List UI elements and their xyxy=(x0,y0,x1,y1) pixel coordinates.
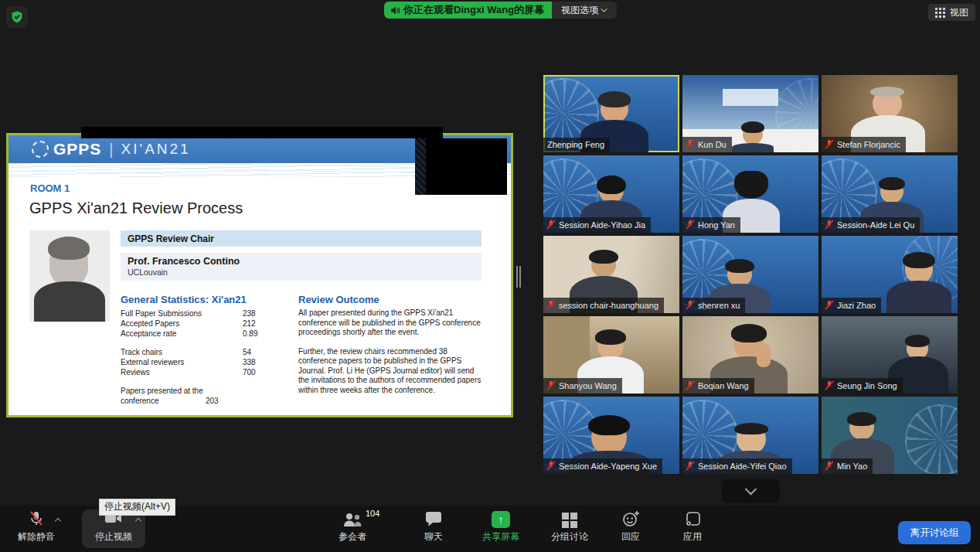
participant-nametag: Hong Yan xyxy=(682,217,740,233)
stat-row: Track chairs54 xyxy=(121,347,297,357)
participant-nametag: Session Aide-Yifei Qiao xyxy=(682,458,792,474)
participant-nametag: Jiazi Zhao xyxy=(822,298,881,313)
muted-mic-icon xyxy=(825,300,833,310)
muted-mic-icon xyxy=(825,380,833,390)
participant-tile[interactable]: Session Aide-Yihao Jia xyxy=(543,155,679,233)
muted-mic-icon xyxy=(547,220,555,230)
participant-tile[interactable]: Min Yao xyxy=(822,397,958,474)
participant-tile[interactable]: Session Aide-Yapeng Xue xyxy=(543,397,679,474)
gpps-logo-text: GPPS xyxy=(53,140,101,158)
participant-nametag: Stefan Florjancic xyxy=(822,137,906,152)
zoom-meeting-window: 你正在观看Dingxi Wang的屏幕 视图选项 视图 GPPS | XI'AN… xyxy=(0,0,980,552)
share-screen-icon xyxy=(492,511,510,528)
chair-affiliation: UCLouvain xyxy=(128,267,481,277)
shield-check-icon xyxy=(10,10,24,24)
participant-nametag: Kun Du xyxy=(682,137,732,152)
security-shield-button[interactable] xyxy=(6,6,28,28)
muted-mic-icon xyxy=(686,380,694,390)
stat-row: Acceptance rate0.89 xyxy=(121,329,297,339)
apps-button[interactable]: 应用 xyxy=(662,509,723,543)
grid-view-icon xyxy=(935,8,945,18)
watching-banner-text: 你正在观看Dingxi Wang的屏幕 xyxy=(403,3,544,17)
speaker-icon xyxy=(390,5,400,15)
more-participants-button[interactable] xyxy=(722,479,780,503)
participant-tile[interactable]: session chair-huanghuang xyxy=(543,236,679,313)
view-options-dropdown[interactable]: 视图选项 xyxy=(552,2,617,19)
participant-nametag: session chair-huanghuang xyxy=(543,298,664,313)
participant-tile[interactable]: shenren xu xyxy=(682,236,818,313)
stats-title: General Statistics: Xi'an21 xyxy=(121,294,297,305)
participant-tile[interactable]: Shanyou Wang xyxy=(543,316,679,394)
participant-tile[interactable]: Stefan Florjancic xyxy=(822,75,958,152)
chair-portrait-photo xyxy=(29,230,110,322)
participant-tile[interactable]: Session Aide-Yifei Qiao xyxy=(682,397,818,474)
participant-count: 104 xyxy=(366,509,379,518)
breakout-rooms-button[interactable]: 分组讨论 xyxy=(539,509,601,543)
stat-row: Full Paper Submissions238 xyxy=(121,308,297,319)
muted-mic-icon xyxy=(686,461,694,471)
stat-row: Reviews700 xyxy=(121,367,297,377)
mic-muted-icon xyxy=(27,509,46,528)
review-outcome: Review Outcome All paper presented durin… xyxy=(298,294,485,404)
view-button[interactable]: 视图 xyxy=(928,4,975,21)
outcome-paragraph: All paper presented during the GPPS Xi'a… xyxy=(298,308,485,338)
participant-tile[interactable]: Boqian Wang xyxy=(682,316,818,394)
xian21-logo-text: XI'AN21 xyxy=(121,141,191,158)
participant-nametag: Zhenping Feng xyxy=(543,138,610,152)
participant-nametag: Boqian Wang xyxy=(682,378,754,394)
room-label: ROOM 1 xyxy=(30,182,70,194)
muted-mic-icon xyxy=(686,300,694,310)
panel-resize-handle[interactable] xyxy=(516,266,522,288)
muted-mic-icon xyxy=(825,220,833,230)
stat-row: External reviewers338 xyxy=(121,357,297,367)
participants-button[interactable]: 104 参会者 xyxy=(322,509,383,543)
muted-mic-icon xyxy=(686,220,694,230)
general-statistics: General Statistics: Xi'an21 Full Paper S… xyxy=(121,294,297,406)
reactions-smiley-icon xyxy=(621,509,640,528)
stop-video-tooltip: 停止视频(Alt+V) xyxy=(99,499,175,516)
leave-breakout-button[interactable]: 离开讨论组 xyxy=(898,521,971,544)
review-chair-header: GPPS Review Chair xyxy=(121,230,481,247)
breakout-grid-icon xyxy=(562,513,577,528)
chevron-down-icon xyxy=(601,5,607,12)
muted-mic-icon xyxy=(825,461,833,471)
meeting-toolbar: 停止视频(Alt+V) 解除静音 停止视频 xyxy=(0,506,980,552)
turbine-background xyxy=(775,78,818,149)
muted-mic-icon xyxy=(825,139,833,149)
muted-mic-icon xyxy=(547,461,555,471)
unmute-button[interactable]: 解除静音 xyxy=(9,509,63,543)
participant-nametag: Session Aide-Yapeng Xue xyxy=(543,458,662,474)
muted-mic-icon xyxy=(547,380,555,390)
muted-mic-icon xyxy=(547,300,555,310)
black-overlay-box xyxy=(415,138,507,195)
participant-nametag: shenren xu xyxy=(682,298,745,313)
share-screen-button[interactable]: 共享屏幕 xyxy=(470,509,532,543)
outcome-paragraph: Further, the review chairs recommended 3… xyxy=(298,347,485,396)
participant-tile[interactable]: Session-Aide Lei Qu xyxy=(822,155,958,233)
turbine-background xyxy=(905,404,958,474)
chat-bubble-icon xyxy=(424,510,443,528)
participant-tile[interactable]: Hong Yan xyxy=(682,155,818,233)
participant-tile[interactable]: Seung Jin Song xyxy=(822,316,958,394)
participant-nametag: Session Aide-Yihao Jia xyxy=(543,217,651,233)
participant-tile[interactable]: Kun Du xyxy=(682,75,818,152)
stat-row: Papers presented at the conference203 xyxy=(121,386,297,406)
participant-tile[interactable]: Zhenping Feng xyxy=(543,75,679,152)
reactions-button[interactable]: 回应 xyxy=(600,509,662,543)
chevron-down-icon xyxy=(745,483,757,496)
chair-info: Prof. Francesco Contino UCLouvain xyxy=(121,253,481,281)
participant-tile[interactable]: Jiazi Zhao xyxy=(822,236,958,313)
participant-nametag: Seung Jin Song xyxy=(822,378,903,394)
chair-name: Prof. Francesco Contino xyxy=(128,256,481,267)
gpps-turbine-logo-icon xyxy=(32,141,49,158)
participant-nametag: Shanyou Wang xyxy=(543,378,622,394)
participant-nametag: Min Yao xyxy=(822,458,873,474)
outcome-title: Review Outcome xyxy=(298,294,485,305)
stat-row: Accepted Papers212 xyxy=(121,319,297,329)
apps-icon xyxy=(684,510,702,528)
slide-title: GPPS Xi'an21 Review Process xyxy=(29,199,243,217)
participant-nametag: Session-Aide Lei Qu xyxy=(822,217,920,233)
muted-mic-icon xyxy=(686,139,694,149)
screen-watching-banner: 你正在观看Dingxi Wang的屏幕 视图选项 xyxy=(384,2,617,19)
chat-button[interactable]: 聊天 xyxy=(403,509,464,543)
